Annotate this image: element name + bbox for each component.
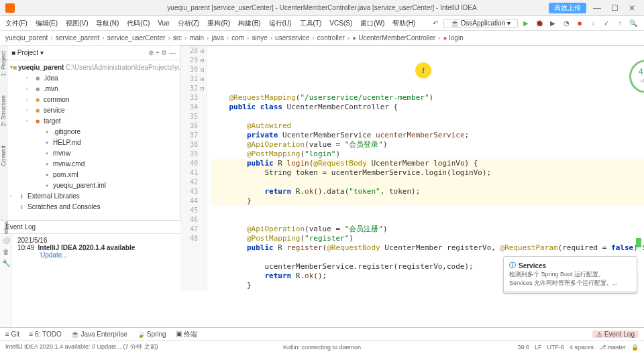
wrench-icon[interactable]: 🔧 <box>2 259 10 267</box>
maximize-button[interactable]: ☐ <box>608 3 621 13</box>
app-logo-icon <box>5 3 15 13</box>
tree-item[interactable]: ›■target <box>7 115 180 126</box>
menu-code[interactable]: 代码(C) <box>127 19 150 28</box>
menu-file[interactable]: 文件(F) <box>5 19 28 28</box>
titlebar: yueqiu_parent [service_userCenter] - Uce… <box>0 0 644 16</box>
menu-view[interactable]: 视图(V) <box>66 19 88 28</box>
tab-terminal[interactable]: ▣ 终端 <box>176 330 198 339</box>
menu-vue[interactable]: Vue <box>158 19 169 27</box>
breadcrumb: yueqiu_parent service_parent service_use… <box>0 31 644 46</box>
menu-refactor[interactable]: 重构(R) <box>207 19 230 28</box>
left-tool-strip: 1: Project 2: Structure Commit <box>0 46 7 220</box>
crumb[interactable]: controller <box>317 34 350 42</box>
menubar: 文件(F) 编辑(E) 视图(V) 导航(N) 代码(C) Vue 分析(Z) … <box>0 16 644 31</box>
menu-run[interactable]: 运行(U) <box>269 19 292 28</box>
crumb-class[interactable]: UcenterMemberController <box>352 34 440 42</box>
tab-java-enterprise[interactable]: ☕ Java Enterprise <box>71 330 127 338</box>
status-caret[interactable]: 39:6 <box>517 344 529 351</box>
event-log-button[interactable]: ⚠ Event Log <box>592 330 639 338</box>
crumb[interactable]: sinye <box>252 34 272 42</box>
tree-item[interactable]: ▪mvnw <box>7 147 180 158</box>
tree-item[interactable]: ›■common <box>7 94 180 105</box>
profile-icon[interactable]: ◔ <box>561 19 572 27</box>
trash-icon[interactable]: 🗑 <box>3 248 9 255</box>
tab-structure[interactable]: 2: Structure <box>0 93 7 129</box>
lock-icon[interactable]: 🔒 <box>631 344 639 351</box>
minimize-button[interactable]: — <box>590 3 604 13</box>
crumb[interactable]: main <box>189 34 209 42</box>
status-center: Kotlin: connecting to daemon <box>283 344 361 351</box>
status-indicator <box>636 238 641 247</box>
status-branch[interactable]: ⎇ master <box>599 344 626 351</box>
update-link[interactable]: Update... <box>40 251 68 259</box>
menu-vcs[interactable]: VCS(S) <box>329 19 352 27</box>
tree-item[interactable]: ▪.gitignore <box>7 126 180 137</box>
close-button[interactable]: ✕ <box>625 3 639 13</box>
stop-icon[interactable]: ■ <box>574 19 585 27</box>
crumb[interactable]: java <box>211 34 229 42</box>
tab-git[interactable]: ≡ Git <box>5 330 19 338</box>
menu-tools[interactable]: 工具(T) <box>300 19 322 28</box>
status-left: IntelliJ IDEA 2020.1.4 available: // Upd… <box>5 343 158 351</box>
crumb[interactable]: yueqiu_parent <box>5 34 53 42</box>
project-panel: ■ Project ▾ ⊕ ÷ ⚙ — ▾■yueqiu_parent C:\U… <box>7 46 180 220</box>
event-log-panel: Event Log ⚙ — ⚪ 🗑 🔧 2021/5/16 10:49 Inte… <box>0 220 644 327</box>
tab-commit[interactable]: Commit <box>0 143 7 169</box>
search-icon[interactable]: 🔍 <box>628 19 639 27</box>
editor: ●UcenterMemberController.java×●StudyCour… <box>180 46 644 220</box>
run-config-select[interactable]: ☕ OssApplication ▾ <box>443 19 518 27</box>
text-cursor-highlight: I <box>415 62 431 78</box>
crumb[interactable]: src <box>173 34 187 42</box>
progress-ring: 46%ok/s <box>629 60 644 93</box>
menu-edit[interactable]: 编辑(E) <box>36 19 58 28</box>
tree-item[interactable]: ›■service <box>7 105 180 115</box>
crumb-method[interactable]: login <box>443 34 466 42</box>
crumb[interactable]: userservice <box>275 34 314 42</box>
status-encoding[interactable]: UTF-8 <box>547 344 564 351</box>
info-icon: ⓘ <box>509 261 516 270</box>
status-eol[interactable]: LF <box>535 344 542 351</box>
project-toolbar[interactable]: ⊕ ÷ ⚙ — <box>148 49 176 56</box>
menu-analyze[interactable]: 分析(Z) <box>178 19 200 28</box>
bottom-toolbar: ≡ Git ≡ 6: TODO ☕ Java Enterprise 🍃 Spri… <box>0 327 644 341</box>
cloud-upload-button[interactable]: 高效上传 <box>549 3 586 13</box>
tab-spring[interactable]: 🍃 Spring <box>137 330 166 338</box>
git-update-icon[interactable]: ↓ <box>588 19 598 27</box>
menu-window[interactable]: 窗口(W) <box>360 19 384 28</box>
tree-item[interactable]: ›■.idea <box>7 72 180 83</box>
status-bar: IntelliJ IDEA 2020.1.4 available: // Upd… <box>0 341 644 353</box>
menu-navigate[interactable]: 导航(N) <box>96 19 119 28</box>
git-commit-icon[interactable]: ✓ <box>601 19 612 27</box>
tab-project[interactable]: 1: Project <box>0 48 7 79</box>
tree-item[interactable]: ▪yueqiu_parent.iml <box>7 180 180 190</box>
event-log-content: 2021/5/16 10:49 IntelliJ IDEA 2020.1.4 a… <box>12 234 644 327</box>
crumb[interactable]: service_parent <box>56 34 105 42</box>
project-tree[interactable]: ▾■yueqiu_parent C:\Users\Administrator\I… <box>7 60 180 220</box>
crumb[interactable]: com <box>231 34 249 42</box>
filter-icon[interactable]: ⚪ <box>2 237 10 244</box>
notification-services[interactable]: ⓘServices 检测到多个 Spring Boot 运行配置。 Servic… <box>503 256 637 292</box>
menu-build[interactable]: 构建(B) <box>238 19 260 28</box>
status-indent[interactable]: 4 spaces <box>570 344 594 351</box>
coverage-icon[interactable]: ▶ <box>547 19 558 27</box>
git-push-icon[interactable]: ↑ <box>614 19 625 27</box>
tree-item[interactable]: ▪mvnw.cmd <box>7 158 180 169</box>
menu-help[interactable]: 帮助(H) <box>392 19 415 28</box>
tab-todo[interactable]: ≡ 6: TODO <box>29 330 61 338</box>
window-title: yueqiu_parent [service_userCenter] - Uce… <box>167 4 476 11</box>
back-icon[interactable]: ↶ <box>430 19 441 27</box>
run-icon[interactable]: ▶ <box>521 19 531 27</box>
tree-item[interactable]: ▪HELP.md <box>7 137 180 147</box>
debug-icon[interactable]: 🐞 <box>534 19 545 27</box>
tree-item[interactable]: ›■.mvn <box>7 83 180 94</box>
project-panel-title: ■ Project ▾ <box>11 49 44 56</box>
tree-item[interactable]: ▪pom.xml <box>7 169 180 180</box>
crumb[interactable]: service_userCenter <box>107 34 170 42</box>
